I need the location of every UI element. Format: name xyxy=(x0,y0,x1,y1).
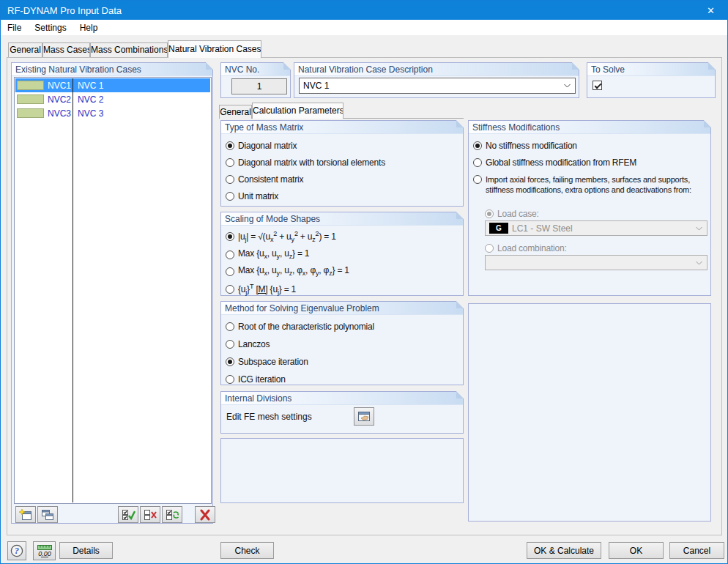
radio-icg-iteration xyxy=(226,375,234,384)
to-solve-checkbox[interactable] xyxy=(593,81,602,90)
group-existing-nvc-title: Existing Natural Vibration Cases xyxy=(12,63,212,76)
group-mass-matrix: Type of Mass Matrix Diagonal matrix Diag… xyxy=(220,120,464,207)
edit-fe-mesh-button[interactable] xyxy=(354,407,374,426)
window-title: RF-DYNAM Pro Input Data xyxy=(1,5,122,16)
eigen-method-title: Method for Solving Eigenvalue Problem xyxy=(221,302,463,315)
menu-settings[interactable]: Settings xyxy=(28,21,73,34)
load-case-value: LC1 - SW Steel xyxy=(512,223,573,234)
new-case-button[interactable] xyxy=(15,506,36,523)
rf-dynam-input-dialog: RF-DYNAM Pro Input Data ✕ File Settings … xyxy=(0,0,728,564)
color-swatch xyxy=(17,81,44,90)
radio-global-stiffness-rfem xyxy=(473,158,482,167)
check-button[interactable]: Check xyxy=(220,542,274,559)
group-to-solve: To Solve xyxy=(587,62,716,98)
option-icg-iteration[interactable]: ICG iteration xyxy=(226,374,286,385)
radio-import-axial-forces xyxy=(473,175,482,184)
details-button[interactable]: Details xyxy=(59,542,113,559)
radio-lanczos xyxy=(226,340,234,349)
nvc-list[interactable]: NVC1 NVC 1 NVC2 NVC 2 NVC3 NVC 3 xyxy=(14,77,212,504)
units-settings-button[interactable]: 0.00 xyxy=(33,541,56,560)
group-mode-scaling: Scaling of Mode Shapes |uj| = √(ux2 + uy… xyxy=(220,212,464,296)
load-case-combobox: G LC1 - SW Steel xyxy=(485,220,707,236)
list-item-nvc3[interactable]: NVC3 NVC 3 xyxy=(15,106,210,120)
group-eigen-method: Method for Solving Eigenvalue Problem Ro… xyxy=(220,301,464,385)
radio-diagonal-matrix xyxy=(226,141,234,150)
menu-file[interactable]: File xyxy=(1,21,28,34)
copy-case-icon xyxy=(41,509,54,521)
uncheck-all-button[interactable] xyxy=(140,506,160,523)
option-diagonal-matrix[interactable]: Diagonal matrix xyxy=(226,141,297,151)
option-scaling-mass-matrix[interactable]: {uj}T [M] {uj} = 1 xyxy=(226,281,296,297)
group-nvc-no: NVC No. 1 xyxy=(220,62,291,98)
load-combination-combobox xyxy=(485,255,707,270)
copy-case-button[interactable] xyxy=(37,506,58,523)
case-id: NVC3 xyxy=(48,108,71,119)
radio-unit-matrix xyxy=(226,192,234,201)
group-description: Natural Vibration Case Description NVC 1 xyxy=(294,62,579,98)
group-existing-nvc: Existing Natural Vibration Cases NVC1 NV… xyxy=(11,62,213,524)
delete-case-icon xyxy=(198,509,212,521)
chevron-down-icon xyxy=(696,226,702,230)
empty-panel-middle xyxy=(220,438,464,503)
option-scaling-norm[interactable]: |uj| = √(ux2 + uy2 + uz2) = 1 xyxy=(226,229,336,245)
cancel-button[interactable]: Cancel xyxy=(669,542,724,559)
close-button[interactable]: ✕ xyxy=(694,1,727,20)
list-column-divider xyxy=(73,78,73,502)
fe-mesh-dialog-icon xyxy=(357,411,371,423)
option-no-stiffness-modification[interactable]: No stiffness modification xyxy=(473,141,577,151)
list-item-nvc1[interactable]: NVC1 NVC 1 xyxy=(15,78,210,92)
description-combobox[interactable]: NVC 1 xyxy=(299,78,576,94)
uncheck-all-icon xyxy=(144,509,157,521)
to-solve-label: To Solve xyxy=(587,63,715,76)
close-icon: ✕ xyxy=(707,5,715,16)
ok-button[interactable]: OK xyxy=(609,542,664,559)
empty-panel-right xyxy=(468,303,711,522)
check-all-button[interactable] xyxy=(118,506,138,523)
mass-matrix-title: Type of Mass Matrix xyxy=(221,121,463,134)
color-swatch xyxy=(17,94,44,104)
inner-tab-general[interactable]: General xyxy=(219,105,252,119)
option-characteristic-polynomial[interactable]: Root of the characteristic polynomial xyxy=(226,322,374,332)
radio-subspace-iteration xyxy=(226,357,234,366)
invert-selection-button[interactable] xyxy=(162,506,182,523)
case-id: NVC2 xyxy=(48,94,71,105)
tab-natural-vibration-cases[interactable]: Natural Vibration Cases xyxy=(168,40,261,58)
tab-mass-cases[interactable]: Mass Cases xyxy=(42,42,90,57)
case-description: NVC 1 xyxy=(78,81,103,91)
option-lanczos[interactable]: Lanczos xyxy=(226,339,270,349)
nvc-no-field: 1 xyxy=(231,78,287,94)
menu-help[interactable]: Help xyxy=(73,21,105,34)
tab-mass-combinations[interactable]: Mass Combinations xyxy=(90,42,168,57)
option-consistent-matrix[interactable]: Consistent matrix xyxy=(226,174,303,185)
delete-case-button[interactable] xyxy=(195,506,215,523)
option-scaling-max-u[interactable]: Max {ux, uy, uz} = 1 xyxy=(226,248,309,261)
color-swatch xyxy=(17,108,44,118)
help-button[interactable]: ? xyxy=(7,541,26,560)
internal-divisions-title: Internal Divisions xyxy=(221,392,463,405)
group-internal-divisions: Internal Divisions Edit FE mesh settings xyxy=(220,391,464,434)
tab-general[interactable]: General xyxy=(8,42,42,57)
option-load-combination: Load combination: xyxy=(485,243,567,253)
option-scaling-max-u-phi[interactable]: Max {ux, uy, uz, φx, φy, φz} = 1 xyxy=(226,265,349,278)
case-id: NVC1 xyxy=(48,81,71,91)
list-item-nvc2[interactable]: NVC2 NVC 2 xyxy=(15,92,210,106)
stiffness-title: Stiffness Modifications xyxy=(469,121,710,134)
option-unit-matrix[interactable]: Unit matrix xyxy=(226,191,278,201)
case-description: NVC 3 xyxy=(78,108,103,119)
option-global-stiffness-rfem[interactable]: Global stiffness modification from RFEM xyxy=(473,157,636,168)
svg-text:0.00: 0.00 xyxy=(38,550,51,557)
decimal-places-icon: 0.00 xyxy=(37,544,53,558)
inner-tab-calculation-parameters[interactable]: Calculation Parameters xyxy=(252,103,343,119)
check-all-icon xyxy=(122,509,135,521)
ok-calculate-button[interactable]: OK & Calculate xyxy=(527,542,601,559)
new-case-icon xyxy=(19,509,32,521)
option-load-case: Load case: xyxy=(485,209,539,219)
description-value: NVC 1 xyxy=(303,81,329,91)
option-import-axial-forces[interactable]: Import axial forces, failing members, su… xyxy=(473,174,691,195)
option-diagonal-torsional[interactable]: Diagonal matrix with torsional elements xyxy=(226,157,385,168)
titlebar[interactable]: RF-DYNAM Pro Input Data ✕ xyxy=(1,1,727,20)
option-subspace-iteration[interactable]: Subspace iteration xyxy=(226,357,308,367)
radio-scaling-mass-matrix xyxy=(226,285,234,294)
mode-scaling-title: Scaling of Mode Shapes xyxy=(221,212,463,226)
nvc-no-label: NVC No. xyxy=(221,63,290,76)
